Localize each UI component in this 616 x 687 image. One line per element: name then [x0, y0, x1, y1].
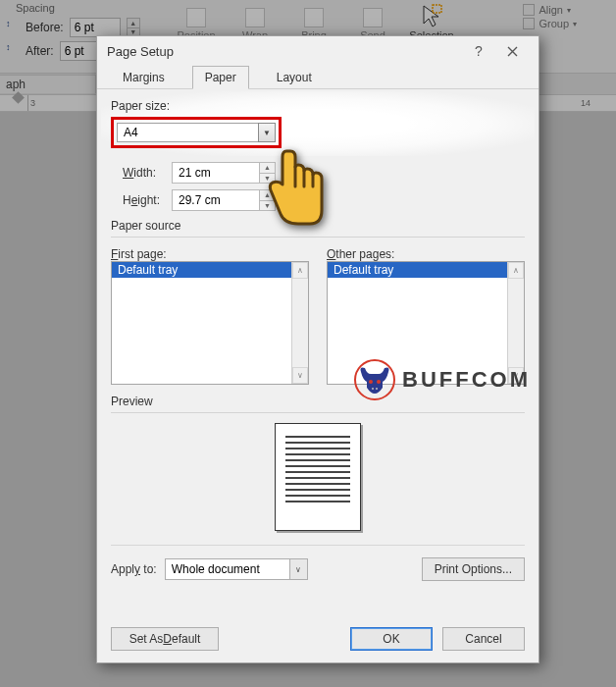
- apply-to-value[interactable]: [165, 558, 290, 580]
- page-setup-dialog: Page Setup ? Margins Paper Layout Paper …: [96, 35, 539, 663]
- tab-paper[interactable]: Paper: [192, 66, 249, 89]
- cancel-button[interactable]: Cancel: [442, 627, 525, 651]
- scroll-down-icon[interactable]: ∨: [508, 367, 524, 384]
- height-row: Height: ▲▼: [111, 189, 525, 211]
- height-field[interactable]: ▲▼: [172, 189, 276, 211]
- dialog-titlebar: Page Setup ?: [97, 36, 539, 66]
- tab-margins[interactable]: Margins: [111, 67, 177, 88]
- paper-size-label: Paper size:: [111, 99, 525, 113]
- first-page-option[interactable]: Default tray: [112, 262, 308, 278]
- paper-size-highlight: Paper size: ▼: [103, 93, 533, 154]
- paper-size-red-outline: ▼: [111, 117, 282, 148]
- preview-label: Preview: [111, 395, 153, 408]
- apply-to-dropdown-button[interactable]: ∨: [290, 558, 308, 580]
- paper-size-dropdown-button[interactable]: ▼: [258, 123, 276, 142]
- other-pages-option[interactable]: Default tray: [328, 262, 524, 278]
- print-options-button[interactable]: Print Options...: [422, 557, 525, 581]
- tab-layout[interactable]: Layout: [265, 67, 324, 88]
- width-spinner[interactable]: ▲▼: [260, 162, 276, 184]
- paper-source-label: Paper source: [111, 219, 180, 233]
- ok-button[interactable]: OK: [350, 627, 433, 651]
- dialog-tabs: Margins Paper Layout: [97, 66, 539, 89]
- first-page-scrollbar[interactable]: ∧ ∨: [291, 262, 308, 384]
- apply-to-label: Apply to:: [111, 562, 157, 576]
- preview-page-icon: [275, 423, 361, 531]
- scroll-up-icon[interactable]: ∧: [508, 262, 524, 279]
- first-page-col: First page: Default tray ∧ ∨: [111, 247, 309, 385]
- width-row: Width: ▲▼: [111, 162, 525, 184]
- dialog-footer: Set As Default OK Cancel: [111, 627, 525, 651]
- width-input[interactable]: [172, 162, 260, 184]
- close-icon: [507, 46, 518, 57]
- height-label: Height:: [111, 193, 164, 207]
- other-pages-col: Other pages: Default tray ∧ ∨: [327, 247, 525, 385]
- apply-row: Apply to: ∨ Print Options...: [111, 545, 525, 581]
- dialog-title: Page Setup: [107, 44, 462, 59]
- scroll-up-icon[interactable]: ∧: [292, 262, 308, 279]
- divider: [111, 237, 525, 238]
- other-pages-label: Other pages:: [327, 247, 394, 261]
- close-button[interactable]: [495, 36, 529, 66]
- width-field[interactable]: ▲▼: [172, 162, 276, 184]
- other-pages-scrollbar[interactable]: ∧ ∨: [507, 262, 524, 384]
- set-default-button[interactable]: Set As Default: [111, 627, 219, 651]
- height-input[interactable]: [172, 189, 260, 211]
- first-page-listbox[interactable]: Default tray ∧ ∨: [111, 261, 309, 385]
- preview-section: Preview: [111, 395, 525, 531]
- paper-size-value[interactable]: [117, 123, 258, 142]
- apply-to-combo[interactable]: ∨: [165, 558, 308, 580]
- width-label: Width:: [111, 166, 164, 180]
- help-button[interactable]: ?: [462, 36, 495, 66]
- scroll-down-icon[interactable]: ∨: [292, 367, 308, 384]
- divider: [111, 412, 525, 413]
- dialog-content: Paper size: ▼ Width: ▲▼ Height: ▲▼: [97, 89, 539, 591]
- other-pages-listbox[interactable]: Default tray ∧ ∨: [327, 261, 525, 385]
- paper-source-section: Paper source First page: Default tray ∧ …: [111, 219, 525, 385]
- height-spinner[interactable]: ▲▼: [260, 189, 276, 211]
- paper-size-combo[interactable]: ▼: [117, 123, 276, 142]
- first-page-label: First page:: [111, 247, 167, 261]
